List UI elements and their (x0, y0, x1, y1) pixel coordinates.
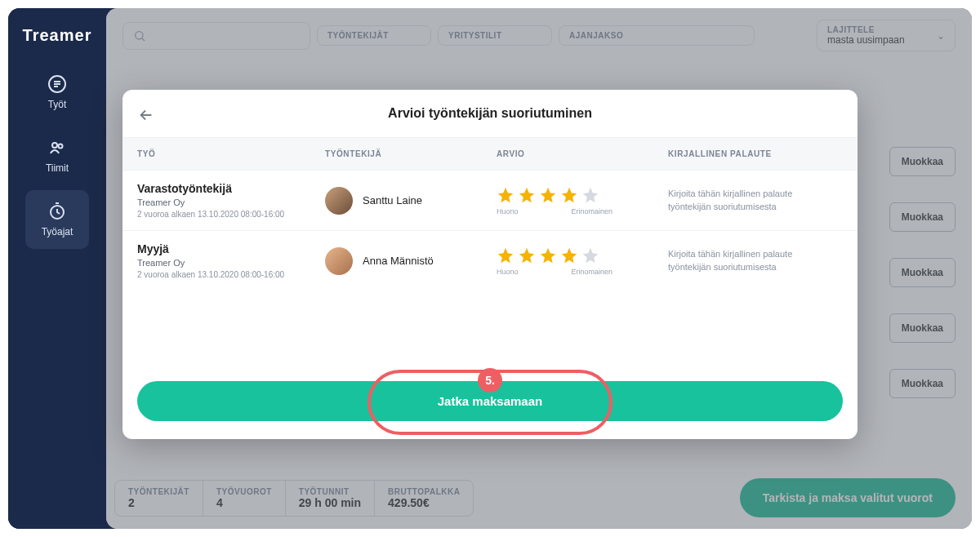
sidebar-item-tyoajat[interactable]: Työajat (25, 190, 89, 249)
sidebar-item-label: Työajat (42, 226, 74, 237)
job-company: Treamer Oy (137, 197, 325, 207)
rating-modal: Arvioi työntekijän suoriutuminen TYÖ TYÖ… (122, 90, 858, 439)
rating-max-label: Erinomainen (571, 268, 612, 276)
col-job: TYÖ (137, 149, 325, 158)
star-icon (518, 246, 536, 264)
rating-max-label: Erinomainen (571, 207, 612, 215)
sidebar-item-label: Tiimit (46, 162, 69, 174)
job-detail: 2 vuoroa alkaen 13.10.2020 08:00-16:00 (137, 210, 325, 219)
feedback-input[interactable]: Kirjoita tähän kirjallinen palaute työnt… (668, 248, 843, 274)
table-row: Myyjä Treamer Oy 2 vuoroa alkaen 13.10.2… (122, 230, 858, 291)
star-icon (539, 186, 557, 204)
svg-point-1 (52, 143, 57, 148)
svg-point-2 (59, 144, 63, 149)
rating-min-label: Huono (497, 207, 519, 215)
brand-logo: Treamer (23, 26, 92, 45)
arrow-left-icon (137, 106, 155, 124)
sidebar-item-tyot[interactable]: Työt (25, 63, 89, 122)
star-icon (497, 246, 514, 264)
star-icon (581, 246, 599, 264)
star-icon (560, 186, 578, 204)
worker-name: Anna Männistö (363, 255, 434, 267)
job-company: Treamer Oy (137, 258, 325, 268)
star-icon (497, 186, 514, 204)
avatar (325, 247, 353, 275)
worker-name: Santtu Laine (363, 194, 422, 206)
sidebar-item-label: Työt (48, 99, 67, 110)
feedback-input[interactable]: Kirjoita tähän kirjallinen palaute työnt… (668, 188, 843, 214)
modal-title: Arvioi työntekijän suoriutuminen (388, 106, 592, 121)
col-feedback: KIRJALLINEN PALAUTE (668, 149, 843, 158)
rating-widget[interactable]: Huono Erinomainen (497, 186, 668, 215)
star-icon (539, 246, 557, 264)
job-detail: 2 vuoroa alkaen 13.10.2020 08:00-16:00 (137, 270, 325, 279)
sidebar: Treamer Työt Tiimit Työajat (8, 8, 106, 529)
list-icon (47, 74, 67, 94)
job-title: Varastotyöntekijä (137, 182, 325, 195)
table-row: Varastotyöntekijä Treamer Oy 2 vuoroa al… (122, 170, 858, 230)
sidebar-item-tiimit[interactable]: Tiimit (25, 126, 89, 185)
avatar (325, 187, 353, 215)
col-rating: ARVIO (497, 149, 668, 158)
continue-to-pay-button[interactable]: Jatka maksamaan (137, 381, 843, 421)
table-header: TYÖ TYÖNTEKIJÄ ARVIO KIRJALLINEN PALAUTE (122, 138, 858, 170)
rating-min-label: Huono (497, 268, 519, 276)
star-icon (560, 246, 578, 264)
star-icon (518, 186, 536, 204)
star-icon (581, 186, 599, 204)
job-title: Myyjä (137, 242, 325, 255)
col-worker: TYÖNTEKIJÄ (325, 149, 497, 158)
back-button[interactable] (137, 106, 155, 124)
rating-widget[interactable]: Huono Erinomainen (497, 246, 668, 276)
team-icon (47, 138, 67, 158)
stopwatch-icon (47, 202, 67, 221)
